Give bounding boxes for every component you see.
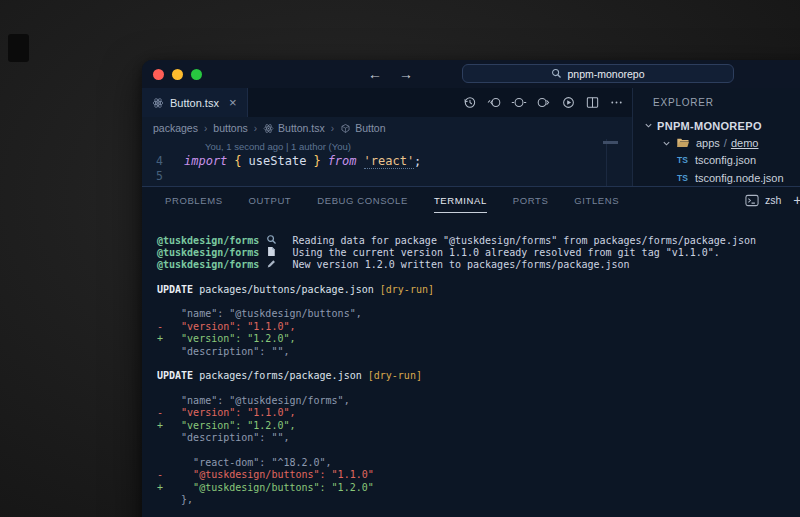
folder-open-icon	[676, 137, 690, 149]
previous-change-icon[interactable]	[486, 95, 502, 110]
breadcrumb-buttons[interactable]: buttons	[213, 122, 247, 134]
breadcrumb-file[interactable]: Button.tsx	[263, 122, 325, 134]
explorer-file-tsconfig-json[interactable]: TS tsconfig.json	[633, 152, 800, 169]
chevron-down-icon	[641, 121, 655, 130]
breadcrumb-separator: ›	[254, 123, 257, 134]
terminal-line	[157, 296, 800, 308]
traffic-lights	[153, 69, 202, 80]
close-window-button[interactable]	[153, 69, 164, 80]
git-blame-annotation: You, 1 second ago | 1 author (You)	[205, 139, 632, 153]
terminal-line	[157, 445, 800, 457]
panel-tab-terminal[interactable]: TERMINAL	[434, 187, 487, 213]
terminal-line	[157, 271, 800, 283]
editor-tab-bar: Button.tsx ×	[142, 88, 632, 117]
terminal-line: "description": "",	[157, 346, 800, 358]
breadcrumb-separator: ›	[331, 123, 334, 134]
terminal-line: @tuskdesign/forms Using the current vers…	[157, 246, 800, 258]
navigate-back-button[interactable]: ←	[368, 67, 382, 81]
bottom-panel: PROBLEMSOUTPUTDEBUG CONSOLETERMINALPORTS…	[142, 186, 800, 517]
code-line-5: 5	[142, 169, 632, 185]
maximize-window-button[interactable]	[191, 69, 202, 80]
terminal-line: - "@tuskdesign/buttons": "1.1.0"	[157, 469, 800, 481]
identifier-usestate: useState	[249, 154, 307, 169]
breadcrumb-separator: ›	[204, 123, 207, 134]
terminal-line	[157, 358, 800, 370]
editor-scrollbar[interactable]	[606, 139, 632, 186]
explorer-header: EXPLORER	[633, 88, 800, 117]
window-titlebar: ← → pnpm-monorepo	[142, 60, 800, 88]
search-icon	[551, 68, 562, 79]
terminal-output[interactable]: @tuskdesign/forms Reading data for packa…	[142, 213, 800, 507]
chevron-down-icon	[659, 139, 673, 148]
terminal-line: UPDATE packages/buttons/package.json [dr…	[157, 284, 800, 296]
keyword-import: import	[184, 154, 227, 169]
typescript-icon: TS	[677, 155, 688, 165]
line-number: 4	[142, 154, 184, 168]
line-number: 5	[142, 169, 184, 183]
panel-tab-debug-console[interactable]: DEBUG CONSOLE	[317, 187, 408, 213]
typescript-icon: TS	[677, 173, 688, 183]
terminal-line: },	[157, 494, 800, 506]
terminal-line: "react-dom": "^18.2.0",	[157, 457, 800, 469]
terminal-line: + "version": "1.2.0",	[157, 420, 800, 432]
scrollbar-thumb[interactable]	[603, 141, 618, 144]
panel-tab-output[interactable]: OUTPUT	[249, 187, 292, 213]
explorer-root-pnpm-monorepo[interactable]: PNPM-MONOREPO	[633, 117, 800, 134]
terminal-line: + "version": "1.2.0",	[157, 333, 800, 345]
folder-name: apps	[696, 137, 720, 149]
terminal-line: + "@tuskdesign/buttons": "1.2.0"	[157, 482, 800, 494]
terminal-line: UPDATE packages/forms/package.json [dry-…	[157, 370, 800, 382]
string-react: 'react'	[364, 154, 415, 169]
explorer-file-tsconfig-node-json[interactable]: TS tsconfig.node.json	[633, 169, 800, 186]
terminal-line: @tuskdesign/forms Reading data for packa…	[157, 234, 800, 246]
panel-tab-gitlens[interactable]: GITLENS	[574, 187, 619, 213]
tab-label: Button.tsx	[170, 97, 219, 109]
command-center-search[interactable]: pnpm-monorepo	[462, 64, 734, 83]
terminal-line: "description": "",	[157, 432, 800, 444]
minimize-window-button[interactable]	[172, 69, 183, 80]
search-value: pnpm-monorepo	[567, 68, 644, 80]
panel-tab-ports[interactable]: PORTS	[513, 187, 549, 213]
terminal-line: - "version": "1.1.0",	[157, 321, 800, 333]
terminal-line: "name": "@tuskdesign/buttons",	[157, 308, 800, 320]
pencil-icon	[266, 259, 279, 272]
terminal-line: "name": "@tuskdesign/forms",	[157, 395, 800, 407]
desktop-background-artifact	[8, 34, 29, 62]
split-editor-icon[interactable]	[585, 95, 600, 110]
breadcrumb-symbol[interactable]: Button	[340, 122, 385, 134]
navigate-forward-button[interactable]: →	[399, 67, 413, 81]
react-icon	[263, 123, 274, 134]
vscode-window: ← → pnpm-monorepo	[142, 60, 800, 517]
react-icon	[152, 97, 164, 109]
code-line-4: 4 import { useState } from 'react' ;	[142, 153, 632, 169]
panel-tabs: PROBLEMSOUTPUTDEBUG CONSOLETERMINALPORTS…	[142, 187, 800, 213]
breadcrumb-packages[interactable]: packages	[153, 122, 198, 134]
keyword-from: from	[328, 154, 357, 169]
explorer-folder-apps-demo[interactable]: apps/demo	[633, 134, 800, 151]
symbol-class-icon	[340, 123, 351, 134]
terminal-line: - "version": "1.1.0",	[157, 407, 800, 419]
terminal-icon	[745, 194, 759, 207]
next-change-icon[interactable]	[536, 95, 552, 110]
tab-button-tsx[interactable]: Button.tsx ×	[142, 88, 248, 117]
code-editor[interactable]: You, 1 second ago | 1 author (You) 4 imp…	[142, 139, 632, 186]
tab-close-icon[interactable]: ×	[229, 96, 237, 109]
terminal-line	[157, 383, 800, 395]
explorer-sidebar: EXPLORER PNPM-MONOREPO apps/demo TS	[632, 88, 800, 186]
terminal-line: @tuskdesign/forms New version 1.2.0 writ…	[157, 259, 800, 271]
run-file-icon[interactable]	[561, 95, 576, 110]
breadcrumb: packages › buttons › Button.tsx ›	[142, 117, 632, 139]
timeline-history-icon[interactable]	[462, 95, 477, 110]
new-terminal-button[interactable]: +	[793, 193, 800, 207]
panel-tab-problems[interactable]: PROBLEMS	[165, 187, 223, 213]
shell-label[interactable]: zsh	[765, 194, 781, 206]
open-changes-icon[interactable]	[511, 95, 527, 110]
more-actions-icon[interactable]	[609, 95, 624, 110]
folder-active-segment: demo	[731, 137, 759, 149]
